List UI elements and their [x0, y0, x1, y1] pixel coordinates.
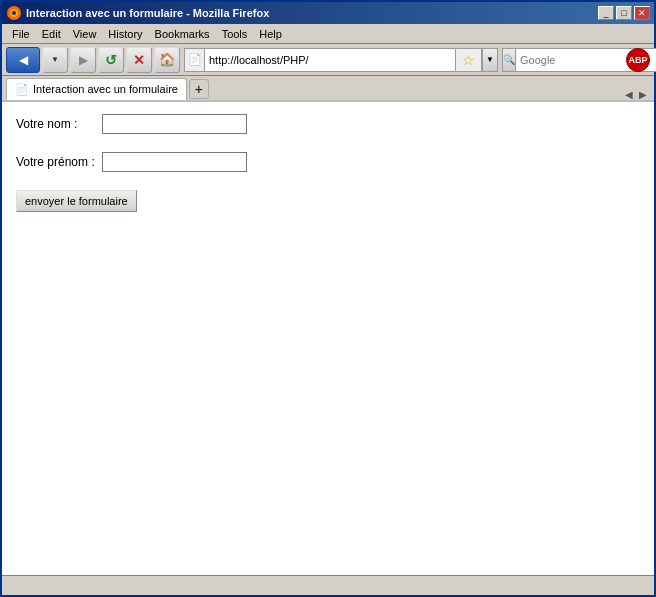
nom-row: Votre nom : — [16, 114, 640, 134]
menu-file[interactable]: File — [6, 26, 36, 42]
title-bar: Interaction avec un formulaire - Mozilla… — [2, 2, 654, 24]
window-title: Interaction avec un formulaire - Mozilla… — [26, 7, 269, 19]
star-icon: ☆ — [462, 52, 475, 68]
submit-button[interactable]: envoyer le formulaire — [16, 190, 137, 212]
title-bar-left: Interaction avec un formulaire - Mozilla… — [6, 5, 269, 21]
address-bar-group: 📄 ☆ ▼ — [184, 47, 498, 73]
prenom-row: Votre prénom : — [16, 152, 640, 172]
active-tab[interactable]: 📄 Interaction avec un formulaire — [6, 78, 187, 100]
prenom-input[interactable] — [102, 152, 247, 172]
address-input[interactable] — [204, 48, 455, 72]
tab-bar-right: ◀ ▶ — [622, 89, 650, 100]
svg-point-2 — [12, 11, 16, 15]
stop-icon: ✕ — [133, 52, 145, 68]
search-engine-icon-button[interactable]: 🔍 — [502, 48, 515, 72]
tab-label: Interaction avec un formulaire — [33, 83, 178, 95]
maximize-button[interactable]: □ — [616, 6, 632, 20]
page-small-icon: 📄 — [188, 53, 202, 66]
refresh-icon: ↺ — [105, 52, 117, 68]
minimize-button[interactable]: _ — [598, 6, 614, 20]
forward-button[interactable]: ▶ — [70, 47, 96, 73]
browser-window: Interaction avec un formulaire - Mozilla… — [0, 0, 656, 597]
close-button[interactable]: ✕ — [634, 6, 650, 20]
tab-bar: 📄 Interaction avec un formulaire + ◀ ▶ — [2, 76, 654, 102]
back-dropdown-icon: ▼ — [51, 55, 59, 64]
tab-page-icon: 📄 — [15, 83, 29, 96]
home-icon: 🏠 — [159, 52, 175, 67]
title-bar-buttons: _ □ ✕ — [598, 6, 650, 20]
refresh-button[interactable]: ↺ — [98, 47, 124, 73]
home-button[interactable]: 🏠 — [154, 47, 180, 73]
nav-bar: ◀ ▼ ▶ ↺ ✕ 🏠 📄 ☆ ▼ — [2, 44, 654, 76]
page-icon: 📄 — [184, 48, 204, 72]
firefox-icon — [6, 5, 22, 21]
new-tab-icon: + — [195, 81, 203, 97]
new-tab-button[interactable]: + — [189, 79, 209, 99]
back-dropdown-button[interactable]: ▼ — [42, 47, 68, 73]
adblock-plus-icon: ABP — [628, 55, 647, 65]
stop-button[interactable]: ✕ — [126, 47, 152, 73]
search-engine-icon: 🔍 — [503, 54, 515, 65]
menu-edit[interactable]: Edit — [36, 26, 67, 42]
page-content: Votre nom : Votre prénom : envoyer le fo… — [2, 102, 654, 575]
bookmark-star-button[interactable]: ☆ — [455, 48, 482, 72]
address-dropdown-icon: ▼ — [486, 55, 494, 64]
back-arrow-icon: ◀ — [19, 53, 28, 67]
tab-scroll-left-button[interactable]: ◀ — [622, 89, 636, 100]
menu-tools[interactable]: Tools — [216, 26, 254, 42]
forward-icon: ▶ — [79, 53, 88, 67]
prenom-label: Votre prénom : — [16, 155, 96, 169]
status-bar — [2, 575, 654, 595]
menu-view[interactable]: View — [67, 26, 103, 42]
menu-bookmarks[interactable]: Bookmarks — [149, 26, 216, 42]
adblock-plus-button[interactable]: ABP — [626, 48, 650, 72]
back-button[interactable]: ◀ — [6, 47, 40, 73]
tab-scroll-right-button[interactable]: ▶ — [636, 89, 650, 100]
menu-history[interactable]: History — [102, 26, 148, 42]
nom-input[interactable] — [102, 114, 247, 134]
nom-label: Votre nom : — [16, 117, 96, 131]
menu-bar: File Edit View History Bookmarks Tools H… — [2, 24, 654, 44]
search-group: 🔍 🔍 — [502, 47, 622, 73]
menu-help[interactable]: Help — [253, 26, 288, 42]
address-dropdown-button[interactable]: ▼ — [482, 48, 498, 72]
